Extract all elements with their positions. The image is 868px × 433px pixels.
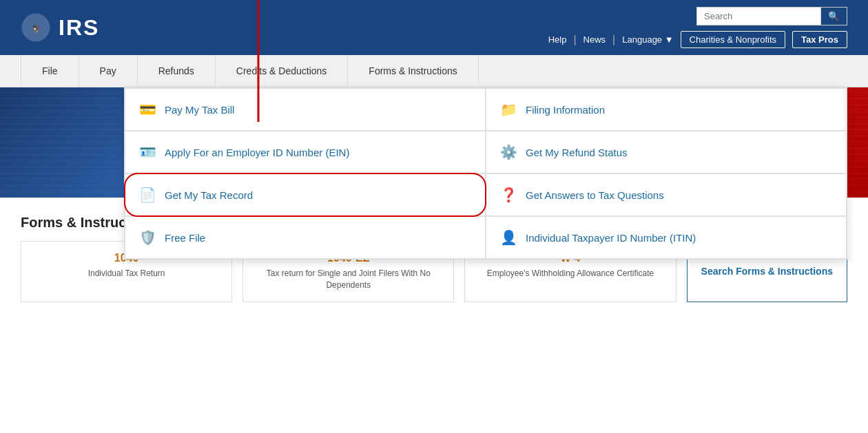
language-dropdown[interactable]: Language ▼: [622, 34, 673, 45]
nav-item-credits-deductions[interactable]: Credits & Deductions: [216, 55, 349, 87]
search-button[interactable]: 🔍: [820, 7, 847, 25]
itin-icon: 👤: [500, 229, 517, 246]
nav-item-forms-instructions[interactable]: Forms & Instructions: [348, 55, 478, 87]
menu-item-tax-record[interactable]: 📄 Get My Tax Record: [125, 173, 486, 216]
tax-record-icon: 📄: [139, 187, 156, 203]
divider-1: |: [573, 34, 576, 46]
news-link[interactable]: News: [583, 34, 606, 45]
menu-item-pay-tax-bill[interactable]: 💳 Pay My Tax Bill: [125, 88, 486, 131]
charities-nonprofits-button[interactable]: Charities & Nonprofits: [681, 31, 785, 48]
form-desc-1040ez: Tax return for Single and Joint Filers W…: [256, 268, 441, 291]
filing-info-icon: 📁: [500, 101, 517, 118]
nav-item-pay[interactable]: Pay: [79, 55, 138, 87]
irs-logo-icon: 🦅: [21, 12, 52, 43]
divider-2: |: [612, 34, 615, 46]
dropdown-menu: 💳 Pay My Tax Bill 📁 Filing Information 🪪…: [124, 87, 847, 260]
search-input[interactable]: [696, 7, 820, 25]
menu-item-tax-questions[interactable]: ❓ Get Answers to Tax Questions: [486, 173, 847, 216]
nav-item-file[interactable]: File: [21, 55, 79, 87]
form-desc-1040: Individual Tax Return: [34, 268, 219, 279]
menu-item-employer-ein[interactable]: 🪪 Apply For an Employer ID Number (EIN): [125, 131, 486, 173]
free-file-icon: 🛡️: [139, 229, 156, 246]
employer-ein-icon: 🪪: [139, 144, 156, 160]
logo-area: 🦅 IRS: [21, 12, 99, 43]
hero-section: 💳 Pay My Tax Bill 📁 Filing Information 🪪…: [0, 87, 868, 198]
menu-item-filing-info[interactable]: 📁 Filing Information: [486, 88, 847, 131]
irs-logo-text: IRS: [59, 15, 99, 41]
form-desc-w4: Employee's Withholding Allowance Certifi…: [477, 268, 663, 279]
nav-item-refunds[interactable]: Refunds: [138, 55, 216, 87]
search-form: 🔍: [696, 7, 847, 25]
red-arrow-annotation: [248, 0, 269, 129]
menu-item-free-file[interactable]: 🛡️ Free File: [125, 216, 486, 259]
site-header: 🦅 IRS 🔍 Help | News | Language ▼ Chariti…: [0, 0, 868, 55]
header-right: 🔍 Help | News | Language ▼ Charities & N…: [548, 7, 847, 48]
refund-status-icon: ⚙️: [500, 144, 517, 160]
menu-item-itin[interactable]: 👤 Individual Taxpayer ID Number (ITIN): [486, 216, 847, 259]
chevron-down-icon: ▼: [665, 34, 674, 45]
tax-pros-button[interactable]: Tax Pros: [792, 31, 847, 48]
help-link[interactable]: Help: [548, 34, 567, 45]
tax-questions-icon: ❓: [500, 187, 517, 203]
main-nav: File Pay Refunds Credits & Deductions Fo…: [0, 55, 868, 87]
pay-tax-bill-icon: 💳: [139, 101, 156, 118]
header-links: Help | News | Language ▼ Charities & Non…: [548, 31, 847, 48]
menu-item-refund-status[interactable]: ⚙️ Get My Refund Status: [486, 131, 847, 173]
svg-text:🦅: 🦅: [32, 24, 41, 33]
